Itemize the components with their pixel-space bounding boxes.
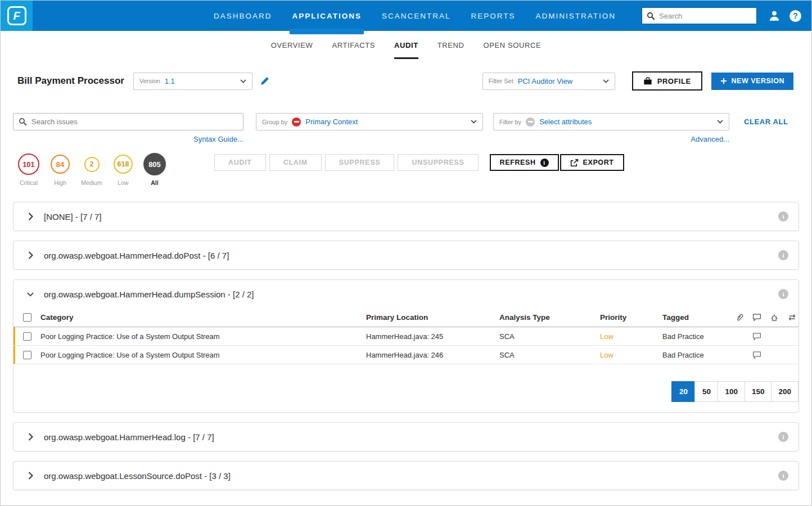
profile-button[interactable]: PROFILE xyxy=(632,71,702,91)
row-checkbox[interactable] xyxy=(23,351,31,359)
column-header-tagged[interactable]: Tagged xyxy=(662,313,733,322)
attachment-icon[interactable] xyxy=(733,313,746,322)
filter-by-value: Select attributes xyxy=(539,118,592,126)
group-header[interactable]: [NONE] - [7 / 7] i xyxy=(13,202,799,231)
application-tabs: OVERVIEW ARTIFACTS AUDIT TREND OPEN SOUR… xyxy=(1,31,811,59)
info-icon[interactable]: i xyxy=(778,250,788,260)
chevron-down-icon xyxy=(603,79,609,83)
critical-label: Critical xyxy=(20,179,38,186)
severity-filter-high[interactable]: 84 High xyxy=(44,152,76,186)
issue-tagged: Bad Practice xyxy=(662,351,733,359)
issue-row[interactable]: Poor Logging Practice: Use of a System O… xyxy=(13,327,799,346)
info-icon: i xyxy=(540,159,549,167)
row-checkbox[interactable] xyxy=(23,332,31,341)
severity-filter-all[interactable]: 805 All xyxy=(139,152,170,186)
page-size-selector: 20 50 100 150 200 xyxy=(13,381,799,412)
chevron-right-icon xyxy=(27,213,34,220)
top-navigation-bar: F DASHBOARD APPLICATIONS SCANCENTRAL REP… xyxy=(1,1,811,31)
select-all-checkbox[interactable] xyxy=(23,313,31,322)
export-icon xyxy=(570,159,579,167)
severity-filter-critical[interactable]: 101 Critical xyxy=(13,152,44,186)
comments-icon[interactable] xyxy=(751,332,763,341)
stats-and-actions: 101 Critical 84 High 2 Medium 618 Low 80… xyxy=(1,143,811,186)
clear-all-link[interactable]: CLEAR ALL xyxy=(744,118,788,126)
issue-priority: Low xyxy=(600,351,662,359)
audit-button[interactable]: AUDIT xyxy=(214,154,266,171)
fortify-logo[interactable]: F xyxy=(1,1,33,31)
page-size-200[interactable]: 200 xyxy=(771,381,799,402)
issues-table: Category Primary Location Analysis Type … xyxy=(13,308,799,412)
column-header-category[interactable]: Category xyxy=(40,313,366,322)
search-icon xyxy=(647,12,655,20)
column-header-priority[interactable]: Priority xyxy=(600,313,662,322)
syntax-guide-link[interactable]: Syntax Guide... xyxy=(193,135,243,143)
edit-icon[interactable] xyxy=(260,76,269,85)
search-issues-input[interactable] xyxy=(31,118,238,126)
group-header[interactable]: org.owasp.webgoat.HammerHead.doPost - [6… xyxy=(13,241,799,269)
nav-scancentral[interactable]: SCANCENTRAL xyxy=(382,1,451,31)
comments-icon[interactable] xyxy=(751,351,763,359)
severity-filters: 101 Critical 84 High 2 Medium 618 Low 80… xyxy=(13,152,170,186)
group-by-select[interactable]: Group by Primary Context xyxy=(256,113,483,130)
claim-button[interactable]: CLAIM xyxy=(269,154,322,171)
search-issues-box xyxy=(13,113,243,130)
fortify-logo-icon: F xyxy=(7,6,26,25)
refresh-button-label: REFRESH xyxy=(500,159,536,166)
issue-primary-location: HammerHead.java: 246 xyxy=(366,351,499,359)
correlation-icon[interactable] xyxy=(786,313,798,322)
tab-open-source[interactable]: OPEN SOURCE xyxy=(484,31,542,59)
search-icon xyxy=(19,118,27,126)
help-icon[interactable]: ? xyxy=(790,10,801,22)
chevron-right-icon xyxy=(27,251,34,259)
group-by-icon xyxy=(292,118,301,126)
tab-audit[interactable]: AUDIT xyxy=(394,31,418,59)
suppress-button[interactable]: SUPPRESS xyxy=(325,154,395,171)
group-header[interactable]: org.owasp.webgoat.HammerHead.log - [7 / … xyxy=(13,423,799,451)
filter-set-select[interactable]: Filter Set PCI Auditor View xyxy=(482,73,615,90)
group-header[interactable]: org.owasp.webgoat.HammerHead.dumpSession… xyxy=(13,280,799,308)
global-search xyxy=(642,7,757,24)
group-by-label: Group by xyxy=(262,119,287,125)
comments-icon[interactable] xyxy=(751,313,763,322)
application-header: Bill Payment Processor Version 1.1 Filte… xyxy=(1,59,811,91)
page-size-50[interactable]: 50 xyxy=(694,381,718,402)
severity-filter-medium[interactable]: 2 Medium xyxy=(76,152,107,186)
page-size-150[interactable]: 150 xyxy=(745,381,772,402)
info-icon[interactable]: i xyxy=(778,432,788,442)
profile-button-label: PROFILE xyxy=(657,77,691,85)
user-icon[interactable] xyxy=(768,10,781,22)
info-icon[interactable]: i xyxy=(778,471,788,481)
nav-dashboard[interactable]: DASHBOARD xyxy=(214,1,272,31)
info-icon[interactable]: i xyxy=(778,211,788,222)
unsuppress-button[interactable]: UNSUPPRESS xyxy=(398,154,478,171)
severity-filter-low[interactable]: 618 Low xyxy=(107,152,139,186)
issue-category: Poor Logging Practice: Use of a System O… xyxy=(40,351,366,359)
tab-overview[interactable]: OVERVIEW xyxy=(271,31,313,59)
page-size-20[interactable]: 20 xyxy=(671,381,695,402)
info-icon[interactable]: i xyxy=(778,289,788,299)
new-version-button[interactable]: NEW VERSION xyxy=(711,73,793,90)
issue-row[interactable]: Poor Logging Practice: Use of a System O… xyxy=(13,346,799,364)
version-select-label: Version xyxy=(139,78,160,84)
page-size-100[interactable]: 100 xyxy=(718,381,745,402)
global-search-input[interactable] xyxy=(659,12,752,20)
column-header-primary-location[interactable]: Primary Location xyxy=(366,313,499,322)
primary-nav: DASHBOARD APPLICATIONS SCANCENTRAL REPOR… xyxy=(214,1,616,31)
advanced-link[interactable]: Advanced... xyxy=(691,135,729,143)
low-count: 618 xyxy=(114,155,133,174)
nav-administration[interactable]: ADMINISTRATION xyxy=(536,1,616,31)
group-header[interactable]: org.owasp.webgoat.LessonSource.doPost - … xyxy=(13,462,799,490)
all-count: 805 xyxy=(143,153,166,175)
refresh-button[interactable]: REFRESH i xyxy=(490,154,559,171)
filter-by-select[interactable]: Filter by Select attributes xyxy=(493,113,729,130)
export-button[interactable]: EXPORT xyxy=(560,154,624,171)
bug-icon[interactable] xyxy=(768,313,781,322)
tab-trend[interactable]: TREND xyxy=(437,31,464,59)
column-header-analysis-type[interactable]: Analysis Type xyxy=(499,313,600,322)
nav-applications[interactable]: APPLICATIONS xyxy=(292,1,362,31)
tab-artifacts[interactable]: ARTIFACTS xyxy=(332,31,375,59)
filter-set-label: Filter Set xyxy=(489,78,513,84)
page-title: Bill Payment Processor xyxy=(17,75,124,87)
nav-reports[interactable]: REPORTS xyxy=(471,1,515,31)
version-select[interactable]: Version 1.1 xyxy=(133,73,252,90)
